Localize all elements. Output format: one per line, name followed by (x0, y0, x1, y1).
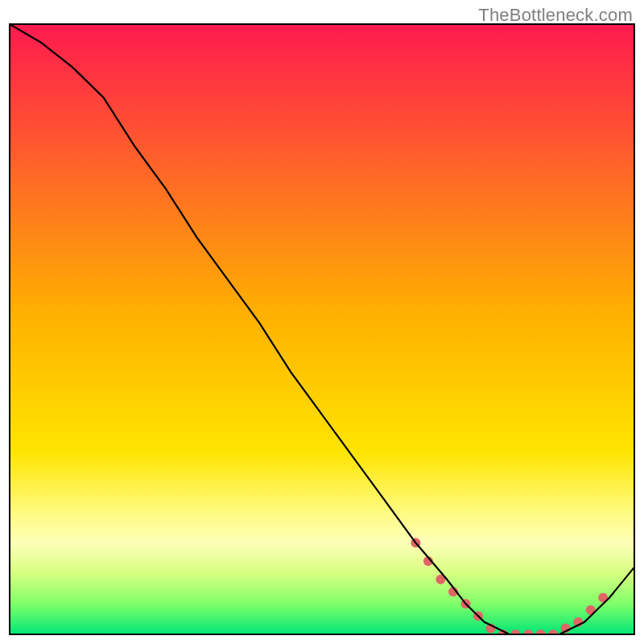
watermark-label: TheBottleneck.com (478, 5, 633, 26)
heatmap-background (10, 24, 634, 634)
chart-stage: TheBottleneck.com (0, 0, 644, 644)
bottleneck-chart (0, 0, 644, 644)
